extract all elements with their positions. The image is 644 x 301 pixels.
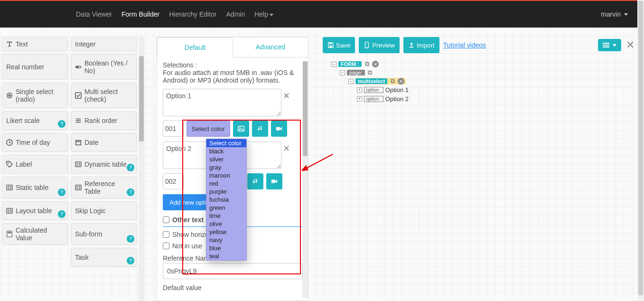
attach-video-button[interactable] [266, 173, 282, 189]
palette-time-of-day[interactable]: Time of day [2, 133, 68, 152]
page-scroll-thumb[interactable] [638, 1, 643, 295]
svg-rect-6 [76, 141, 81, 145]
color-option[interactable]: olive [206, 220, 246, 228]
palette-layout-table[interactable]: Layout table ? [2, 201, 68, 220]
remove-option-button[interactable]: ✕ [283, 91, 290, 101]
palette-sub-form[interactable]: Sub-form ? [71, 223, 137, 245]
select-color-button[interactable]: Select color [187, 121, 230, 137]
other-text-checkbox[interactable] [163, 216, 169, 223]
color-option[interactable]: red [206, 179, 246, 188]
page-scrollbar[interactable] [637, 0, 644, 301]
help-icon[interactable]: ? [127, 235, 134, 243]
palette-integer[interactable]: Integer [71, 37, 137, 51]
tree-toggle[interactable]: − [331, 62, 336, 67]
color-option[interactable]: silver [206, 155, 246, 163]
help-icon[interactable]: ? [58, 188, 65, 196]
palette-calculated-value[interactable]: Calculated Value [2, 223, 68, 245]
tree-option-label[interactable]: Option 2 [385, 95, 409, 103]
tree-option-label[interactable]: Option 1 [385, 86, 409, 94]
palette-date[interactable]: Date [71, 133, 137, 152]
color-option[interactable]: navy [206, 236, 246, 244]
nav-admin[interactable]: Admin [226, 10, 245, 18]
tree-toggle[interactable]: + [357, 96, 362, 102]
radio-icon [6, 92, 13, 99]
color-option[interactable]: green [206, 204, 246, 212]
remove-option-button[interactable]: ✕ [283, 143, 290, 154]
color-dropdown[interactable]: Select color black silver gray maroon re… [206, 139, 247, 261]
palette-scroll-thumb[interactable] [139, 56, 144, 141]
delete-icon[interactable]: ✕ [372, 61, 379, 67]
color-option[interactable]: purple [206, 188, 246, 196]
color-option[interactable]: fuchsia [206, 196, 246, 204]
save-button[interactable]: Save [323, 37, 355, 53]
color-option[interactable]: Select color [206, 139, 246, 147]
attach-audio-button[interactable] [252, 121, 268, 137]
palette-single-select[interactable]: Single select (radio) [2, 83, 68, 108]
menu-button[interactable] [598, 39, 621, 51]
palette-rank-order[interactable]: Rank order [71, 111, 137, 130]
tree-multiselect-node[interactable]: multiselect [355, 78, 387, 84]
palette-multi-select[interactable]: Multi select (check) [71, 83, 137, 108]
palette-skip-logic[interactable]: Skip Logic [71, 201, 137, 220]
option-text-input[interactable] [163, 89, 281, 116]
palette-task[interactable]: Task ? [71, 248, 137, 267]
editor-scroll-thumb[interactable] [303, 61, 308, 156]
copy-icon[interactable]: ⧉ [364, 61, 370, 67]
delete-icon[interactable]: ✕ [398, 78, 404, 85]
close-panel-button[interactable]: ✕ [626, 39, 635, 51]
palette-text[interactable]: Text [2, 37, 68, 51]
option-code-input[interactable] [163, 121, 184, 137]
nav-hierarchy-editor[interactable]: Hierarchy Editor [169, 10, 216, 18]
svg-rect-4 [75, 93, 81, 98]
color-option[interactable]: lime [206, 212, 246, 220]
option-code-input[interactable] [163, 173, 184, 189]
tab-default[interactable]: Default [157, 38, 233, 57]
help-icon[interactable]: ? [127, 164, 134, 171]
reference-name-input[interactable] [163, 263, 302, 279]
nav-help[interactable]: Help [254, 10, 273, 18]
tree-toggle[interactable]: − [348, 79, 354, 84]
color-option[interactable]: yellow [206, 228, 246, 236]
tree-page-node[interactable]: page: [347, 70, 365, 75]
palette-item-label: Date [84, 139, 99, 146]
attach-video-button[interactable] [271, 121, 287, 137]
color-option[interactable]: gray [206, 163, 246, 171]
attach-image-button[interactable] [233, 121, 249, 137]
tree-toggle[interactable]: − [340, 70, 345, 75]
nav-form-builder[interactable]: Form Builder [121, 10, 159, 18]
nav-data-viewer[interactable]: Data Viewer [76, 10, 112, 18]
tree-form-node[interactable]: FORM : [338, 61, 362, 67]
editor-scrollbar[interactable] [302, 61, 308, 298]
color-option[interactable]: black [206, 147, 246, 155]
palette-reference-table[interactable]: Reference Table ? [71, 177, 137, 198]
color-option[interactable]: teal [206, 252, 246, 260]
attach-audio-button[interactable] [247, 173, 263, 189]
help-icon[interactable]: ? [58, 210, 65, 218]
palette-label[interactable]: Label [2, 155, 68, 174]
color-option[interactable]: maroon [206, 171, 246, 179]
help-icon[interactable]: ? [58, 120, 65, 128]
help-icon[interactable]: ? [127, 257, 134, 264]
palette-likert[interactable]: Likert scale ? [2, 111, 68, 130]
color-option[interactable]: blue [206, 244, 246, 252]
picture-icon [238, 125, 244, 132]
tree-toggle[interactable]: + [357, 87, 362, 93]
nav-user-menu[interactable]: marvin [601, 10, 628, 18]
palette-static-table[interactable]: Static table ? [2, 177, 68, 198]
import-label: Import [417, 42, 435, 49]
palette-dynamic-table[interactable]: Dynamic table ? [71, 155, 137, 174]
show-horizontal-checkbox[interactable] [163, 231, 169, 238]
preview-button[interactable]: Preview [359, 37, 399, 53]
tutorial-videos-link[interactable]: Tutorial videos [443, 41, 486, 49]
palette-boolean[interactable]: Boolean (Yes / No) [71, 54, 137, 80]
palette-real-number[interactable]: Real number [2, 54, 68, 80]
tab-advanced[interactable]: Advanced [233, 38, 308, 57]
copy-icon[interactable]: ⧉ [367, 69, 373, 76]
help-icon[interactable]: ? [127, 188, 134, 196]
import-button[interactable]: Import [403, 37, 439, 53]
not-in-use-checkbox[interactable] [163, 243, 169, 249]
text-icon [6, 41, 13, 47]
palette-scrollbar[interactable] [139, 37, 144, 301]
copy-icon[interactable]: ⧉ [389, 78, 396, 85]
svg-point-3 [8, 94, 10, 96]
